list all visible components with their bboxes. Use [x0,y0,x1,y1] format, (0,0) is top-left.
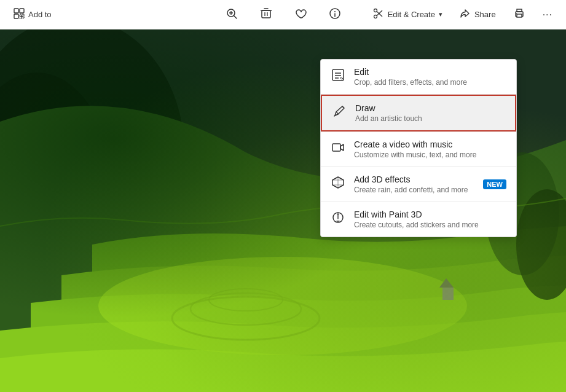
more-button[interactable]: ··· [537,6,559,24]
svg-point-16 [334,11,336,12]
threed-menu-desc: Create rain, add confetti, and more [354,186,468,194]
threed-menu-title: Add 3D effects [354,174,468,184]
zoom-button[interactable] [219,4,244,25]
threed-menu-icon [331,176,345,189]
svg-point-18 [374,9,377,12]
paint3d-menu-title: Edit with Paint 3D [354,210,479,219]
draw-menu-icon [332,104,347,118]
svg-rect-0 [14,9,18,13]
svg-line-21 [377,10,382,16]
svg-rect-1 [20,9,24,13]
draw-menu-text: Draw Add an artistic touch [355,103,422,123]
print-icon [513,7,525,22]
edit-create-label: Edit & Create [388,10,435,19]
edit-create-button[interactable]: Edit & Create ▾ [367,4,449,25]
scissors-icon [373,8,384,21]
menu-item-video[interactable]: Create a video with music Customize with… [321,132,516,167]
paint3d-menu-icon [331,211,345,224]
video-menu-title: Create a video with music [354,139,476,149]
paint3d-menu-text: Edit with Paint 3D Create cutouts, add s… [354,210,479,229]
svg-rect-10 [262,10,270,18]
threed-menu-text: Add 3D effects Create rain, add confetti… [354,174,468,194]
svg-line-7 [234,16,237,19]
main-photo-area: Edit Crop, add filters, effects, and mor… [0,29,566,392]
menu-item-3d[interactable]: Add 3D effects Create rain, add confetti… [321,167,516,202]
chevron-down-icon: ▾ [439,10,442,18]
info-button[interactable] [323,4,347,25]
share-button[interactable]: Share [454,4,502,25]
edit-menu-icon [331,68,345,82]
svg-line-20 [377,12,382,17]
favorite-button[interactable] [288,4,313,25]
svg-point-25 [516,13,517,14]
dropdown-menu: Edit Crop, add filters, effects, and mor… [320,59,517,237]
delete-button[interactable] [254,4,278,25]
share-label: Share [474,10,496,19]
menu-item-draw[interactable]: Draw Add an artistic touch [321,95,516,131]
heart-icon [294,7,307,22]
video-menu-desc: Customize with music, text, and more [354,151,476,159]
video-menu-text: Create a video with music Customize with… [354,139,476,159]
add-to-label: Add to [28,10,52,19]
svg-rect-37 [332,69,344,80]
svg-rect-2 [14,14,18,18]
edit-menu-title: Edit [354,67,467,77]
menu-item-edit[interactable]: Edit Crop, add filters, effects, and mor… [321,60,516,94]
toolbar-right: Edit & Create ▾ Share ··· [367,4,559,25]
info-icon [329,7,341,22]
paint3d-menu-desc: Create cutouts, add stickers and more [354,221,479,229]
print-button[interactable] [507,4,532,25]
threed-menu-right: Add 3D effects Create rain, add confetti… [354,174,506,194]
draw-menu-desc: Add an artistic touch [355,114,422,123]
svg-point-46 [337,213,339,215]
svg-rect-24 [517,14,522,17]
delete-icon [260,7,272,22]
svg-rect-23 [517,9,522,12]
menu-item-paint3d[interactable]: Edit with Paint 3D Create cutouts, add s… [321,202,516,237]
zoom-icon [226,7,238,22]
svg-rect-41 [332,144,340,151]
edit-menu-text: Edit Crop, add filters, effects, and mor… [354,67,467,87]
add-to-icon [14,8,25,21]
toolbar: Add to [0,0,566,29]
svg-point-19 [374,15,377,18]
draw-menu-title: Draw [355,103,422,113]
toolbar-center [219,4,347,25]
more-icon: ··· [543,9,552,20]
share-icon [460,8,471,21]
add-to-button[interactable]: Add to [7,4,58,25]
edit-menu-desc: Crop, add filters, effects, and more [354,78,467,87]
video-menu-icon [331,141,345,154]
new-badge: NEW [483,179,506,189]
